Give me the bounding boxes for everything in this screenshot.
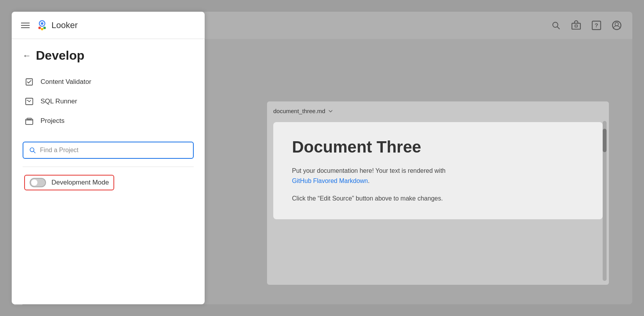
content-validator-icon (24, 77, 34, 87)
nav-item-sql-runner[interactable]: SQL Runner (23, 92, 194, 111)
file-tab[interactable]: document_three.md (273, 108, 603, 114)
sidebar-develop-section: ← Develop Content Validator (12, 39, 205, 200)
projects-label: Projects (41, 117, 64, 125)
projects-icon (24, 116, 34, 126)
sql-runner-icon (24, 96, 34, 107)
content-validator-label: Content Validator (41, 78, 91, 86)
account-icon[interactable] (610, 19, 623, 32)
svg-point-17 (41, 22, 43, 25)
nav-items-list: Content Validator SQL Runner (23, 72, 194, 131)
svg-point-20 (43, 27, 46, 29)
help-icon[interactable]: ? (590, 19, 603, 32)
svg-point-19 (41, 28, 43, 30)
doc-period: . (368, 178, 370, 184)
nav-item-projects[interactable]: Projects (23, 111, 194, 131)
search-icon (29, 146, 36, 154)
sidebar: Looker ← Develop Content Validator (12, 12, 205, 304)
dev-mode-highlight-box: Development Mode (24, 175, 114, 190)
doc-body-text-2: Click the “Edit Source” button above to … (292, 195, 443, 202)
dev-mode-row: Development Mode (23, 175, 194, 190)
logo-text: Looker (51, 20, 78, 30)
svg-point-18 (38, 27, 41, 29)
document-body: Put your documentation here! Your text i… (292, 166, 584, 204)
document-title: Document Three (292, 138, 584, 156)
svg-line-27 (34, 151, 35, 153)
svg-rect-3 (575, 25, 578, 27)
sidebar-header: Looker (12, 12, 205, 39)
filename-label: document_three.md (273, 108, 325, 114)
nav-item-content-validator[interactable]: Content Validator (23, 72, 194, 92)
dev-mode-toggle[interactable] (30, 178, 46, 187)
dev-mode-label: Development Mode (51, 179, 109, 186)
sql-runner-label: SQL Runner (41, 98, 77, 105)
sidebar-divider (23, 167, 194, 167)
dropdown-chevron-icon[interactable] (327, 108, 334, 114)
marketplace-icon[interactable] (570, 19, 582, 32)
svg-text:?: ? (594, 22, 598, 28)
svg-line-1 (557, 27, 560, 29)
svg-line-23 (27, 100, 28, 101)
right-scrollbar[interactable] (603, 121, 607, 281)
svg-rect-24 (26, 119, 33, 124)
doc-body-text-1: Put your documentation here! Your text i… (292, 167, 446, 174)
find-project-input[interactable] (40, 147, 188, 154)
hamburger-menu-button[interactable] (21, 23, 30, 28)
find-project-search[interactable] (23, 142, 194, 159)
svg-rect-2 (572, 23, 580, 29)
search-icon[interactable] (550, 19, 562, 32)
svg-point-7 (615, 22, 619, 26)
looker-logo-icon (36, 19, 48, 32)
document-preview: Document Three Put your documentation he… (273, 122, 603, 219)
file-panel: document_three.md Document Three Put you… (267, 101, 609, 285)
github-markdown-link[interactable]: GitHub Flavored Markdown (292, 178, 368, 184)
develop-back-row: ← Develop (23, 48, 194, 63)
back-button[interactable]: ← (23, 51, 31, 61)
right-scrollbar-thumb[interactable] (603, 129, 607, 152)
looker-logo: Looker (36, 19, 78, 32)
develop-title: Develop (36, 48, 84, 63)
